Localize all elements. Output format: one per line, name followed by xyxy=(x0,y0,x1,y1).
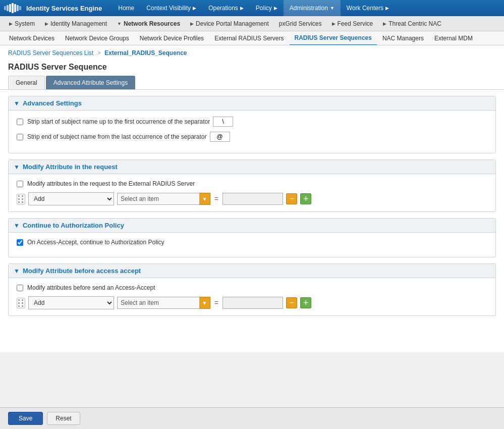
tabnav-network-devices[interactable]: Network Devices xyxy=(4,31,60,45)
continue-authorization-collapse-icon: ▼ xyxy=(14,222,20,229)
breadcrumb-parent-link[interactable]: RADIUS Server Sequences List xyxy=(8,49,93,57)
select-item-request[interactable]: Select an item xyxy=(117,193,210,205)
drag-dot xyxy=(22,195,23,197)
breadcrumb: RADIUS Server Sequences List > External_… xyxy=(0,45,504,61)
threat-centric-arrow: ▶ xyxy=(383,21,386,26)
advanced-settings-section: ▼ Advanced Settings Strip start of subje… xyxy=(8,96,496,153)
svg-rect-4 xyxy=(14,4,16,12)
strip-start-separator-input[interactable] xyxy=(213,117,233,127)
svg-rect-1 xyxy=(7,5,9,11)
plus-button-access[interactable]: + xyxy=(300,297,311,308)
modify-attr-access-checkbox[interactable] xyxy=(17,285,23,291)
select-item-access[interactable]: Select an item xyxy=(117,297,210,309)
select-arrow-btn-access[interactable]: ▼ xyxy=(199,297,210,309)
tabnav-network-device-profiles[interactable]: Network Device Profiles xyxy=(135,31,209,45)
modify-attribute-request-header[interactable]: ▼ Modify Attribute in the request xyxy=(9,160,495,174)
modify-attribute-request-section: ▼ Modify Attribute in the request Modify… xyxy=(8,159,496,212)
app-title: Identity Services Engine xyxy=(26,5,102,12)
drag-dot xyxy=(22,305,23,307)
continue-authorization-checkbox-row: On Access-Accept, continue to Authorizat… xyxy=(17,239,487,246)
footer: Save Reset xyxy=(0,407,504,429)
reset-button[interactable]: Reset xyxy=(47,412,80,425)
modify-attribute-access-section: ▼ Modify Attribute before access accept … xyxy=(8,263,496,316)
system-arrow: ▶ xyxy=(9,21,13,26)
strip-end-checkbox[interactable] xyxy=(17,134,23,140)
continue-authorization-checkbox[interactable] xyxy=(17,239,23,246)
tab-advanced-attribute-settings[interactable]: Advanced Attribute Settings xyxy=(46,76,135,89)
nav-operations[interactable]: Operations ▶ xyxy=(202,0,250,16)
modify-attr-request-label: Modify attributes in the request to the … xyxy=(27,180,195,187)
tab-general[interactable]: General xyxy=(8,76,45,89)
operations-arrow: ▶ xyxy=(240,6,244,11)
device-portal-arrow: ▶ xyxy=(190,21,194,26)
drag-handle-request[interactable] xyxy=(17,194,25,204)
modify-attribute-access-header[interactable]: ▼ Modify Attribute before access accept xyxy=(9,264,495,278)
strip-end-separator-input[interactable] xyxy=(210,132,230,142)
drag-dot xyxy=(22,299,23,301)
svg-rect-0 xyxy=(4,6,6,10)
breadcrumb-separator: > xyxy=(97,49,101,57)
tabnav-external-mdm[interactable]: External MDM xyxy=(429,31,478,45)
equals-sign-request: = xyxy=(213,195,219,203)
form-tabs: General Advanced Attribute Settings xyxy=(0,76,504,90)
svg-rect-5 xyxy=(17,5,19,11)
page-title: RADIUS Server Sequence xyxy=(0,61,504,76)
strip-start-row: Strip start of subject name up to the fi… xyxy=(17,117,487,127)
advanced-settings-header[interactable]: ▼ Advanced Settings xyxy=(9,96,495,111)
nav-administration[interactable]: Administration ▼ xyxy=(284,0,341,16)
strip-start-checkbox[interactable] xyxy=(17,119,23,125)
context-visibility-arrow: ▶ xyxy=(193,6,196,11)
add-dropdown-access[interactable]: Add xyxy=(28,296,114,309)
drag-handle-access[interactable] xyxy=(17,298,25,308)
subnav-identity-management[interactable]: ▶ Identity Management xyxy=(40,16,112,31)
minus-button-access[interactable]: − xyxy=(286,297,297,308)
nav-context-visibility[interactable]: Context Visibility ▶ xyxy=(140,0,202,16)
continue-authorization-section: ▼ Continue to Authorization Policy On Ac… xyxy=(8,218,496,257)
policy-arrow: ▶ xyxy=(274,6,277,11)
add-dropdown-request[interactable]: Add xyxy=(28,192,114,205)
plus-button-request[interactable]: + xyxy=(300,193,311,204)
network-resources-arrow: ▼ xyxy=(117,21,122,26)
nav-policy[interactable]: Policy ▶ xyxy=(250,0,284,16)
modify-attr-request-checkbox-row: Modify attributes in the request to the … xyxy=(17,180,487,187)
subnav-network-resources[interactable]: ▼ Network Resources xyxy=(112,16,185,31)
feed-service-arrow: ▶ xyxy=(332,21,335,26)
nav-home[interactable]: Home xyxy=(112,0,140,16)
tabnav-network-device-groups[interactable]: Network Device Groups xyxy=(60,31,135,45)
subnav-system[interactable]: ▶ System xyxy=(4,16,40,31)
tabnav-radius-server-sequences[interactable]: RADIUS Server Sequences xyxy=(290,31,377,45)
drag-dot xyxy=(18,302,20,304)
select-arrow-btn-request[interactable]: ▼ xyxy=(199,193,210,205)
subnav-device-portal[interactable]: ▶ Device Portal Management xyxy=(185,16,274,31)
modify-attr-request-checkbox[interactable] xyxy=(17,181,23,187)
cisco-logo xyxy=(4,2,22,14)
value-input-request[interactable] xyxy=(222,193,283,205)
main-content: RADIUS Server Sequences List > External_… xyxy=(0,45,504,352)
subnav-pxgrid[interactable]: pxGrid Services xyxy=(274,16,327,31)
minus-button-request[interactable]: − xyxy=(286,193,297,204)
strip-start-label: Strip start of subject name up to the fi… xyxy=(27,118,210,125)
subnav-feed-service[interactable]: ▶ Feed Service xyxy=(327,16,378,31)
drag-dot xyxy=(22,201,23,203)
value-input-access[interactable] xyxy=(222,297,283,309)
modify-attribute-request-title: Modify Attribute in the request xyxy=(23,163,118,171)
strip-end-row: Strip end of subject name from the last … xyxy=(17,132,487,142)
svg-rect-2 xyxy=(9,4,11,12)
select-item-wrapper-access: Select an item ▼ xyxy=(117,297,210,309)
tabnav-external-radius-servers[interactable]: External RADIUS Servers xyxy=(209,31,289,45)
second-navigation: ▶ System ▶ Identity Management ▼ Network… xyxy=(0,16,504,31)
svg-rect-6 xyxy=(19,6,21,10)
main-nav-items: Home Context Visibility ▶ Operations ▶ P… xyxy=(112,0,500,16)
save-button[interactable]: Save xyxy=(8,412,43,425)
drag-dot xyxy=(18,305,20,307)
strip-end-label: Strip end of subject name from the last … xyxy=(27,133,207,140)
work-centers-arrow: ▶ xyxy=(385,6,389,11)
continue-authorization-label: On Access-Accept, continue to Authorizat… xyxy=(27,239,164,246)
advanced-settings-title: Advanced Settings xyxy=(23,99,82,107)
subnav-threat-centric[interactable]: ▶ Threat Centric NAC xyxy=(378,16,446,31)
drag-dot xyxy=(18,201,20,203)
drag-dot xyxy=(18,299,20,301)
continue-authorization-header[interactable]: ▼ Continue to Authorization Policy xyxy=(9,219,495,233)
tabnav-nac-managers[interactable]: NAC Managers xyxy=(377,31,429,45)
nav-work-centers[interactable]: Work Centers ▶ xyxy=(341,0,395,16)
